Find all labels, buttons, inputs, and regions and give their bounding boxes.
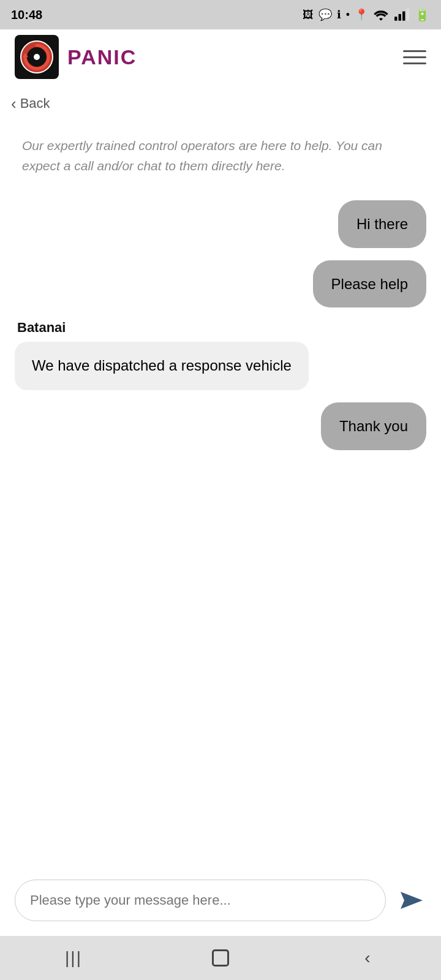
recent-apps-icon: ||| [65,948,82,968]
back-nav-button[interactable]: ‹ [349,944,386,971]
message-outgoing-1: Hi there [338,200,426,248]
dot-indicator: • [346,9,350,21]
status-time: 10:48 [11,8,42,22]
svg-rect-2 [402,12,405,21]
logo-area: PANIC [15,35,137,79]
svg-rect-0 [394,17,397,21]
svg-rect-3 [407,9,409,21]
message-outgoing-2: Please help [313,260,426,308]
app-title: PANIC [67,45,137,69]
status-bar: 10:48 🖼 💬 ℹ • 📍 🔋 [0,0,441,29]
chat-area: Hi there Please help Batanai We have dis… [0,182,441,869]
message-text: Please help [331,276,408,292]
input-area [0,869,441,936]
android-nav-bar: ||| ‹ [0,936,441,980]
hamburger-menu-button[interactable] [403,50,426,64]
logo-svg [17,37,57,77]
hamburger-line-3 [403,62,426,64]
info-icon: ℹ [337,8,341,21]
send-icon [397,887,424,914]
message-text: Thank you [339,418,408,434]
back-nav-icon: ‹ [364,948,370,968]
app-header: PANIC [0,29,441,85]
svg-point-8 [34,54,40,60]
back-button[interactable]: ‹ Back [0,85,441,118]
subtitle-text: Our expertly trained control operators a… [0,118,441,182]
signal-icon [394,9,410,21]
photo-icon: 🖼 [303,9,314,21]
message-outgoing-3: Thank you [321,402,426,450]
message-text: Hi there [356,216,408,232]
recent-apps-button[interactable]: ||| [55,944,92,971]
back-chevron-icon: ‹ [11,96,17,111]
message-icon: 💬 [318,8,332,21]
battery-icon: 🔋 [415,7,430,22]
message-text: We have dispatched a response vehicle [32,357,292,374]
svg-marker-9 [401,892,423,909]
status-icons: 🖼 💬 ℹ • 📍 🔋 [303,7,430,22]
wifi-icon [373,9,389,21]
message-incoming-1: We have dispatched a response vehicle [15,342,309,390]
location-icon: 📍 [355,8,368,21]
app-logo [15,35,59,79]
home-icon [212,949,229,967]
hamburger-line-2 [403,56,426,58]
home-button[interactable] [202,944,239,971]
message-input[interactable] [15,880,386,921]
back-label: Back [20,96,50,111]
hamburger-line-1 [403,50,426,52]
agent-name-label: Batanai [15,320,66,336]
svg-rect-1 [399,14,401,21]
send-button[interactable] [394,884,426,916]
